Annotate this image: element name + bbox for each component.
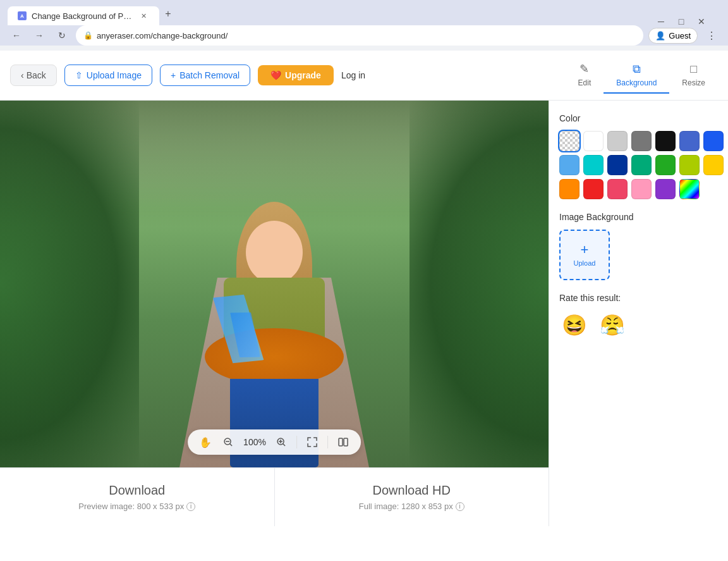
emoji-row: 😆 😤 xyxy=(559,311,718,340)
app-container: ‹ Back ⇧ Upload Image + Batch Removal ❤️… xyxy=(0,51,728,561)
image-background-section: Image Background + Upload xyxy=(559,212,718,280)
color-swatch-transparent[interactable] xyxy=(559,131,579,151)
color-swatch-teal[interactable] xyxy=(631,155,652,175)
tab-resize-label: Resize xyxy=(682,78,705,87)
rating-label: Rate this result: xyxy=(559,293,718,303)
color-section: Color xyxy=(559,113,718,199)
fullscreen-button[interactable] xyxy=(305,435,320,450)
hand-tool-button[interactable]: ✋ xyxy=(198,435,213,450)
color-swatch-rainbow[interactable] xyxy=(679,179,700,199)
color-swatch-dark-gray[interactable] xyxy=(631,131,652,151)
color-swatch-cyan[interactable] xyxy=(583,155,604,175)
reload-button[interactable]: ↻ xyxy=(53,27,71,44)
upgrade-button[interactable]: ❤️ Upgrade xyxy=(258,65,334,85)
color-swatch-red[interactable] xyxy=(583,179,604,199)
color-swatch-pink-red[interactable] xyxy=(607,179,628,199)
color-swatch-dark-blue[interactable] xyxy=(607,155,628,175)
canvas-column: ✋ 100% xyxy=(0,101,549,526)
face xyxy=(246,221,303,284)
zoom-out-button[interactable] xyxy=(221,435,236,450)
color-swatch-medium-blue[interactable] xyxy=(679,131,700,151)
maximize-button[interactable]: □ xyxy=(672,13,690,30)
rating-section: Rate this result: 😆 😤 xyxy=(559,293,718,340)
color-swatch-yellow[interactable] xyxy=(703,155,724,175)
download-hd-info: Full image: 1280 x 853 px i xyxy=(359,502,464,511)
zoom-controls: ✋ 100% xyxy=(188,429,361,455)
svg-line-1 xyxy=(230,444,233,447)
url-text: anyeraser.com/change-background/ xyxy=(97,31,636,40)
emoji-angry-button[interactable]: 😤 xyxy=(597,311,628,340)
back-nav-button[interactable]: ← xyxy=(8,27,25,44)
edit-icon: ✎ xyxy=(579,62,589,76)
color-swatch-light-gray[interactable] xyxy=(607,131,628,151)
heart-icon: ❤️ xyxy=(270,70,281,80)
main-photo xyxy=(0,101,549,467)
upload-image-button[interactable]: ⇧ Upload Image xyxy=(64,65,152,86)
upload-box-label: Upload xyxy=(574,259,596,267)
batch-button-label: Batch Removal xyxy=(179,70,240,80)
download-standard-option[interactable]: Download Preview image: 800 x 533 px i xyxy=(0,468,275,526)
tab-background-label: Background xyxy=(616,78,657,87)
tab-edit[interactable]: ✎ Edit xyxy=(566,57,604,94)
image-bg-upload-box[interactable]: + Upload xyxy=(559,230,610,280)
guest-icon: 👤 xyxy=(655,31,665,40)
color-swatch-orange[interactable] xyxy=(559,179,579,199)
address-bar[interactable]: 🔒 anyeraser.com/change-background/ xyxy=(76,25,643,46)
window-controls: ─ □ ✕ xyxy=(652,13,710,30)
compare-button[interactable] xyxy=(336,435,351,450)
color-swatch-yellow-green[interactable] xyxy=(679,155,700,175)
color-swatch-black[interactable] xyxy=(655,131,676,151)
download-hd-label: Download HD xyxy=(373,483,451,498)
color-swatch-green[interactable] xyxy=(655,155,676,175)
left-foliage xyxy=(0,101,139,467)
close-window-button[interactable]: ✕ xyxy=(693,13,710,30)
back-button-label: Back xyxy=(27,70,46,80)
download-standard-label: Download xyxy=(109,483,165,498)
active-tab[interactable]: A Change Background of Phot... ✕ xyxy=(8,6,159,25)
zoom-separator xyxy=(296,436,297,448)
download-section: Download Preview image: 800 x 533 px i D… xyxy=(0,467,549,526)
person xyxy=(198,202,350,467)
download-hd-info-icon[interactable]: i xyxy=(456,502,464,511)
download-hd-option[interactable]: Download HD Full image: 1280 x 853 px i xyxy=(275,468,549,526)
tab-close-button[interactable]: ✕ xyxy=(138,10,149,22)
upload-button-label: Upload Image xyxy=(87,70,142,80)
right-panel: Color xyxy=(549,101,728,526)
upload-plus-icon: + xyxy=(581,243,589,257)
forward-nav-button[interactable]: → xyxy=(30,27,48,44)
color-swatch-light-blue[interactable] xyxy=(559,155,579,175)
download-standard-info-icon[interactable]: i xyxy=(186,502,195,511)
emoji-happy-button[interactable]: 😆 xyxy=(559,311,590,340)
zoom-in-button[interactable] xyxy=(274,435,289,450)
download-standard-info: Preview image: 800 x 533 px i xyxy=(78,502,195,511)
tab-edit-label: Edit xyxy=(578,78,592,87)
svg-line-4 xyxy=(282,444,285,447)
tab-background[interactable]: ⧉ Background xyxy=(604,57,669,94)
background-icon: ⧉ xyxy=(633,63,641,76)
upload-icon: ⇧ xyxy=(75,70,83,80)
new-tab-button[interactable]: + xyxy=(159,5,177,23)
batch-icon: + xyxy=(171,70,176,80)
resize-icon: □ xyxy=(690,63,697,76)
main-content: ✋ 100% xyxy=(0,101,728,526)
image-container: ✋ 100% xyxy=(0,101,549,467)
color-swatch-pink[interactable] xyxy=(631,179,652,199)
zoom-level-display: 100% xyxy=(243,437,266,447)
login-button[interactable]: Log in xyxy=(341,70,365,80)
image-bg-label: Image Background xyxy=(559,212,718,222)
panel-tabs: ✎ Edit ⧉ Background □ Resize xyxy=(566,57,718,94)
color-swatch-blue[interactable] xyxy=(703,131,724,151)
guest-label: Guest xyxy=(669,31,691,40)
color-section-label: Color xyxy=(559,113,718,123)
back-chevron-icon: ‹ xyxy=(21,70,24,80)
color-swatch-white[interactable] xyxy=(583,131,604,151)
minimize-button[interactable]: ─ xyxy=(652,13,670,30)
tab-resize[interactable]: □ Resize xyxy=(669,57,718,94)
color-swatch-purple[interactable] xyxy=(655,179,676,199)
batch-removal-button[interactable]: + Batch Removal xyxy=(160,65,250,86)
svg-rect-7 xyxy=(339,438,343,446)
tab-favicon: A xyxy=(18,11,27,20)
back-button[interactable]: ‹ Back xyxy=(10,65,57,86)
right-foliage xyxy=(410,101,549,467)
upgrade-button-label: Upgrade xyxy=(285,70,321,80)
